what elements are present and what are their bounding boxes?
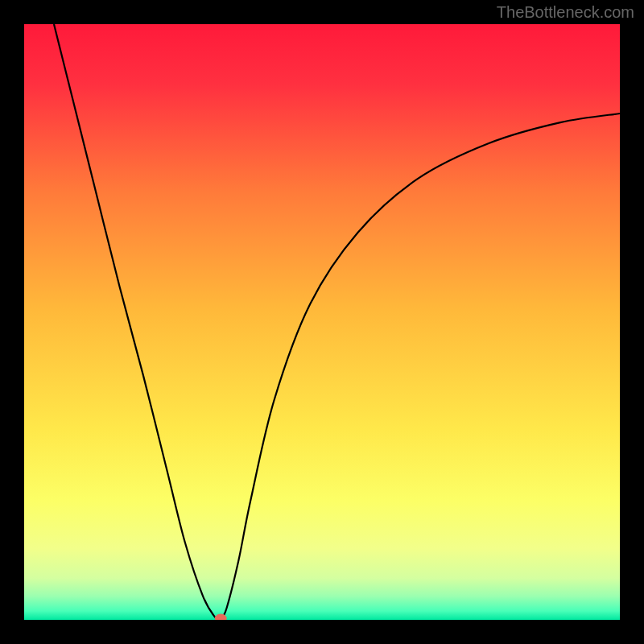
svg-rect-0 (24, 24, 620, 620)
watermark-text: TheBottleneck.com (497, 3, 634, 22)
plot-area (24, 24, 620, 620)
gradient-background (24, 24, 620, 620)
